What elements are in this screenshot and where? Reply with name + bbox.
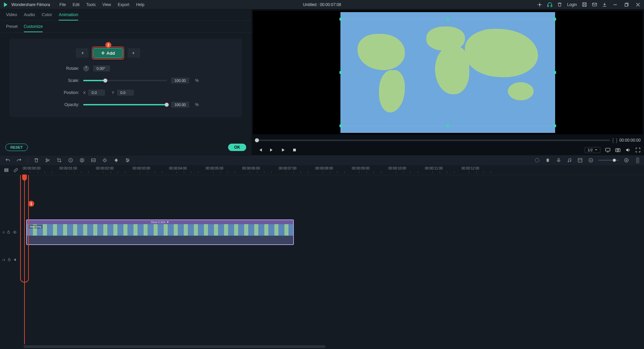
scale-slider[interactable]	[83, 80, 167, 81]
opacity-slider[interactable]	[83, 104, 167, 105]
playhead[interactable]	[24, 175, 25, 344]
handle-br[interactable]	[553, 124, 556, 127]
ok-button[interactable]: OK	[228, 144, 246, 151]
motion-track-button[interactable]	[102, 157, 108, 163]
zoom-out-button[interactable]	[588, 157, 594, 163]
handle-ml[interactable]	[339, 71, 342, 74]
delete-icon[interactable]	[557, 2, 562, 7]
timeline-settings-button[interactable]	[636, 157, 639, 163]
step-back-button[interactable]	[258, 147, 263, 153]
window-maximize[interactable]	[623, 1, 630, 8]
split-button[interactable]	[45, 157, 51, 163]
display-icon[interactable]	[605, 147, 610, 153]
marker-button[interactable]	[545, 157, 551, 163]
svg-rect-6	[551, 5, 552, 7]
menu-export[interactable]: Export	[114, 2, 133, 7]
crop-button[interactable]	[56, 157, 62, 163]
reset-button[interactable]: RESET	[5, 144, 28, 151]
handle-mr[interactable]	[553, 71, 556, 74]
video-clip[interactable]: Slow 0.50x ▼ Map Only	[26, 219, 294, 245]
tab-video[interactable]: Video	[6, 12, 17, 20]
mute-icon[interactable]	[13, 258, 17, 262]
svg-rect-16	[605, 148, 610, 151]
tab-color[interactable]: Color	[42, 12, 52, 20]
menu-edit[interactable]: Edit	[69, 2, 83, 7]
selection-box[interactable]	[340, 19, 555, 126]
window-close[interactable]	[635, 1, 641, 8]
play-next-button[interactable]	[269, 147, 274, 153]
tab-animation[interactable]: Animation	[59, 12, 78, 20]
snapshot-icon[interactable]	[615, 147, 621, 153]
support-icon[interactable]	[547, 2, 552, 7]
opacity-value[interactable]: 100.00	[171, 102, 189, 108]
mail-icon[interactable]	[592, 2, 597, 7]
preview-viewport[interactable]	[253, 11, 643, 134]
lock-icon[interactable]	[7, 258, 11, 262]
svg-rect-43	[5, 168, 8, 169]
timeline-manage-button[interactable]	[3, 167, 9, 173]
time-ruler[interactable]: 00:00:00:0000:00:01:0000:00:02:0000:00:0…	[23, 165, 644, 175]
position-x-value[interactable]: 0.0	[88, 90, 105, 96]
handle-mb[interactable]	[446, 124, 449, 127]
login-link[interactable]: Login	[567, 2, 577, 7]
keyframe-prev-button[interactable]	[76, 48, 89, 58]
rotate-value[interactable]: 0.00°	[93, 65, 110, 71]
adjust-button[interactable]	[124, 157, 130, 163]
svg-point-22	[80, 158, 84, 162]
handle-mt[interactable]	[446, 18, 449, 20]
scale-value[interactable]: 100.00	[171, 78, 189, 84]
ruler-tick: 00:00:10:00	[388, 166, 406, 170]
mark-in-icon[interactable]: {	[612, 138, 614, 143]
timeline-tracks[interactable]: 1 ▫1 Slow 0.50x ▼ Map Only	[23, 175, 644, 344]
svg-rect-15	[293, 149, 296, 151]
svg-point-35	[570, 161, 571, 162]
audio-mixer-button[interactable]	[566, 157, 572, 163]
idea-icon[interactable]	[537, 2, 542, 7]
keyframe-button[interactable]	[113, 157, 119, 163]
svg-rect-45	[5, 171, 8, 171]
handle-tl[interactable]	[339, 18, 342, 20]
volume-icon[interactable]	[625, 147, 631, 153]
playback-scrubber[interactable]	[255, 140, 610, 141]
menu-file[interactable]: File	[56, 2, 69, 7]
keyframe-next-button[interactable]	[127, 48, 140, 58]
voiceover-button[interactable]	[555, 157, 561, 163]
add-keyframe-button[interactable]: Add	[93, 48, 123, 58]
tab-customize[interactable]: Customize	[24, 24, 43, 32]
mark-out-icon[interactable]: }	[616, 138, 618, 143]
window-minimize[interactable]	[612, 1, 619, 8]
menu-tools[interactable]: Tools	[83, 2, 99, 7]
position-y-value[interactable]: 0.0	[117, 90, 134, 96]
trash-button[interactable]	[33, 157, 39, 163]
redo-button[interactable]	[16, 157, 22, 163]
timeline-scrollbar[interactable]	[23, 345, 325, 348]
fullscreen-icon[interactable]	[635, 147, 641, 153]
rotate-knob[interactable]	[83, 65, 89, 71]
render-button[interactable]	[534, 157, 540, 163]
video-track-1[interactable]: ▫1 Slow 0.50x ▼ Map Only	[23, 219, 644, 246]
handle-tr[interactable]	[553, 18, 556, 20]
handle-bl[interactable]	[339, 124, 342, 127]
undo-button[interactable]	[5, 157, 11, 163]
lock-icon[interactable]	[7, 230, 11, 234]
audio-track-1[interactable]: ♪1	[23, 253, 644, 266]
menu-help[interactable]: Help	[133, 2, 148, 7]
link-button[interactable]	[13, 167, 19, 173]
ruler-tick: 00:00:11:00	[425, 166, 443, 170]
menu-view[interactable]: View	[99, 2, 114, 7]
zoom-slider[interactable]	[598, 160, 619, 161]
preview-quality-select[interactable]: 1/2	[585, 147, 600, 153]
save-icon[interactable]	[582, 2, 587, 7]
speed-button[interactable]	[67, 157, 73, 163]
tab-audio[interactable]: Audio	[24, 12, 35, 20]
tab-preset[interactable]: Preset	[6, 24, 18, 32]
visibility-icon[interactable]	[13, 230, 17, 234]
zoom-in-button[interactable]	[623, 157, 629, 163]
greenscreen-button[interactable]	[90, 157, 96, 163]
download-icon[interactable]	[602, 2, 607, 7]
ruler-tick: 00:00:03:00	[132, 166, 150, 170]
play-button[interactable]	[280, 147, 286, 153]
stop-button[interactable]	[292, 147, 297, 153]
color-button[interactable]	[79, 157, 85, 163]
layout-button[interactable]	[577, 157, 583, 163]
